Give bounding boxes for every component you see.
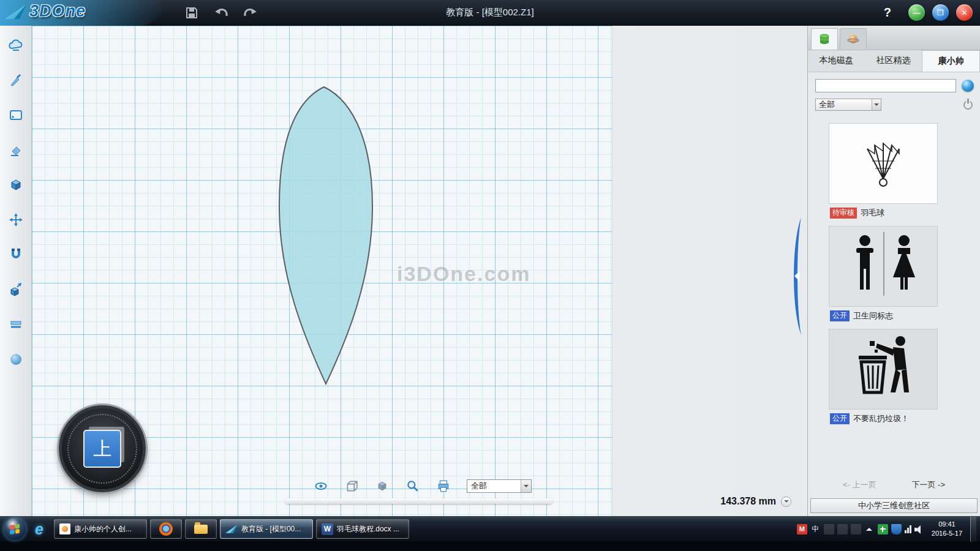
tray-icon[interactable] [851, 524, 861, 534]
left-toolbar [0, 26, 32, 516]
close-button[interactable]: ✕ [956, 4, 973, 21]
taskbar-clock[interactable]: 09:41 2016-5-17 [932, 520, 962, 538]
wireframe-view-button[interactable] [344, 479, 359, 493]
tab-resource-library[interactable] [811, 28, 838, 50]
view-cube-face-top[interactable]: 上 [83, 430, 121, 468]
item-label[interactable]: 羽毛球 [861, 208, 884, 219]
windows-flag-icon [10, 523, 20, 534]
restroom-sign-image [829, 226, 937, 307]
visibility-button[interactable] [314, 479, 328, 493]
tool-community-models-button[interactable] [6, 36, 26, 55]
taskbar-item-explorer[interactable] [185, 519, 217, 539]
taskbar-item-3done[interactable]: 教育版 - [模型00... [220, 519, 313, 539]
help-button[interactable]: ? [884, 6, 891, 20]
tab-community-featured[interactable]: 社区精选 [865, 50, 922, 72]
save-button[interactable] [184, 5, 200, 21]
item-label[interactable]: 卫生间标志 [853, 310, 893, 321]
security-shield-tray-icon[interactable] [891, 524, 902, 534]
list-item[interactable]: 公开 卫生间标志 [829, 226, 980, 321]
display-filter-select[interactable]: 全部 [467, 479, 532, 493]
show-desktop-button[interactable] [970, 517, 976, 542]
search-row [808, 72, 980, 96]
start-button[interactable] [4, 518, 26, 540]
list-item[interactable]: 待审核 羽毛球 [829, 123, 980, 219]
search-button-icon[interactable] [962, 80, 974, 92]
system-tray: M 中 09:41 2016-5-17 [797, 517, 976, 542]
category-filter-select[interactable]: 全部 [815, 99, 881, 111]
view-cube-widget[interactable]: 上 [59, 405, 146, 492]
tool-move-button[interactable] [6, 210, 26, 230]
pagination: <- 上一页 下一页 -> [808, 479, 980, 490]
search-input[interactable] [815, 79, 956, 92]
no-litter-image [829, 329, 937, 410]
shaded-view-button[interactable] [375, 479, 390, 493]
word-icon: W [322, 523, 333, 535]
network-icon[interactable] [905, 525, 911, 533]
tab-user[interactable]: 康小帅 [922, 50, 980, 72]
next-page-button[interactable]: 下一页 -> [912, 479, 946, 490]
resource-list: 待审核 羽毛球 [808, 116, 980, 432]
titlebar: 3DOne 教育版 - [模型002. [0, 0, 980, 26]
taskbar: e 康小帅的个人创... 教育版 - [模型00... W 羽毛球教程.docx… [0, 516, 980, 541]
tool-magnet-button[interactable] [6, 245, 26, 264]
minimize-button[interactable]: — [908, 4, 925, 21]
redo-icon [243, 6, 258, 20]
taskbar-item-browser-page[interactable]: 康小帅的个人创... [54, 519, 147, 539]
tool-eraser-button[interactable] [6, 140, 26, 160]
panel-collapse-handle[interactable] [789, 217, 802, 335]
tool-section-button[interactable] [6, 315, 26, 334]
list-item[interactable]: 公开 不要乱扔垃圾！ [829, 329, 980, 424]
paper-plane-logo-icon [5, 2, 27, 21]
maximize-button[interactable]: ❐ [932, 4, 949, 21]
section-plane-icon [8, 317, 24, 332]
thumbnail-no-litter[interactable] [829, 329, 938, 410]
taskbar-item-firefox[interactable] [150, 519, 182, 539]
horizontal-scrollbar[interactable] [285, 498, 552, 504]
redo-button[interactable] [243, 5, 258, 21]
ime-language-icon[interactable]: 中 [810, 524, 821, 534]
panel-tabs: 本地磁盘 社区精选 康小帅 [808, 50, 980, 72]
undo-button[interactable] [213, 5, 229, 21]
tool-primitives-button[interactable] [6, 175, 26, 195]
tool-paint-button[interactable] [6, 70, 26, 90]
refresh-power-icon[interactable] [963, 100, 973, 110]
hidden-icons-arrow[interactable] [864, 524, 875, 534]
panel-handle-arrow-icon [789, 217, 802, 335]
taskbar-item-label: 羽毛球教程.docx ... [337, 524, 399, 534]
print-button[interactable] [436, 479, 451, 493]
thumbnail-restroom[interactable] [829, 226, 938, 307]
measurement-value: 143.378 mm [720, 496, 776, 507]
tool-sphere-button[interactable] [6, 350, 26, 369]
chevron-down-icon[interactable] [521, 480, 531, 492]
zoom-button[interactable] [405, 479, 420, 493]
tool-sketch-plane-button[interactable] [6, 105, 26, 125]
taskbar-item-word[interactable]: W 羽毛球教程.docx ... [316, 519, 409, 539]
item-caption: 公开 卫生间标志 [830, 310, 980, 321]
prev-page-button[interactable]: <- 上一页 [843, 479, 876, 490]
tray-icon[interactable] [837, 524, 848, 534]
item-label[interactable]: 不要乱扔垃圾！ [853, 413, 909, 424]
measurement-dropdown-icon[interactable] [781, 497, 791, 507]
viewport-canvas[interactable]: i3DOne.com 上 [32, 26, 807, 516]
app-logo: 3DOne [5, 2, 86, 21]
msn-tray-icon[interactable]: M [797, 524, 807, 534]
tool-extrude-button[interactable] [6, 280, 26, 299]
shuttlecock-image [829, 123, 937, 204]
health-plus-tray-icon[interactable] [878, 524, 888, 534]
screen-bottom-strip [0, 541, 980, 551]
screen: 3DOne 教育版 - [模型002. [0, 0, 980, 551]
status-badge: 待审核 [830, 208, 857, 219]
volume-icon[interactable] [914, 525, 924, 534]
tray-icon[interactable] [824, 524, 834, 534]
community-link-button[interactable]: 中小学三维创意社区 [810, 498, 978, 513]
chevron-down-icon[interactable] [872, 99, 881, 110]
webpage-icon [59, 523, 70, 534]
printer-icon [437, 479, 450, 493]
thumbnail-badminton[interactable] [829, 123, 938, 204]
tab-community-resources[interactable] [840, 28, 867, 50]
clock-date: 2016-5-17 [932, 529, 962, 538]
tab-local-disk[interactable]: 本地磁盘 [808, 50, 865, 72]
internet-explorer-button[interactable]: e [35, 520, 43, 538]
database-icon [818, 32, 831, 46]
watermark: i3DOne.com [397, 262, 530, 286]
